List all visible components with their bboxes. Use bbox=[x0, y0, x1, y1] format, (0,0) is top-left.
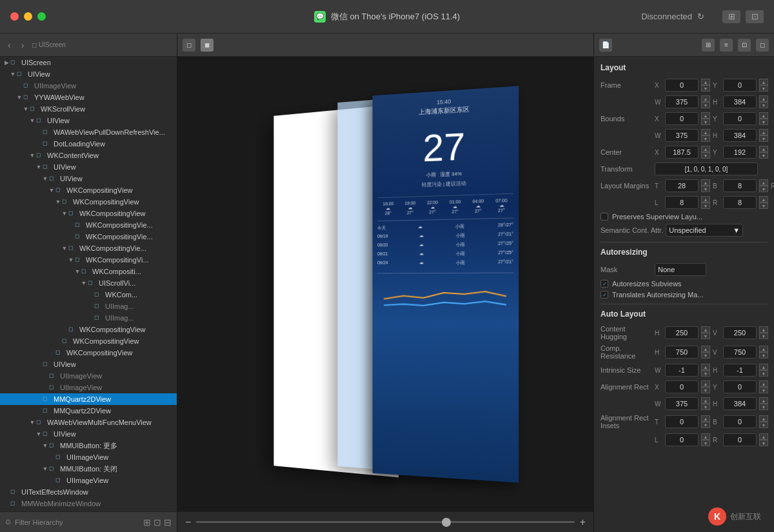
tree-item[interactable]: ▼◻WKCompositingVi... bbox=[0, 254, 177, 266]
tree-item[interactable]: ▼◻WKCompositingView bbox=[0, 184, 177, 196]
hugging-h-stepper[interactable]: ▲ ▼ bbox=[701, 326, 710, 339]
insets-l-stepper[interactable]: ▲ ▼ bbox=[701, 433, 710, 446]
step-down[interactable]: ▼ bbox=[701, 102, 710, 108]
window-btn-1[interactable]: ⊞ bbox=[722, 10, 740, 23]
right-btn-1[interactable]: 📄 bbox=[599, 39, 612, 52]
zoom-in-button[interactable]: + bbox=[580, 517, 586, 528]
translates-checkbox[interactable]: ✓ bbox=[600, 291, 608, 299]
step-down[interactable]: ▼ bbox=[759, 135, 768, 142]
step-up[interactable]: ▲ bbox=[701, 95, 710, 102]
tree-item[interactable]: ◻UIImag... bbox=[0, 312, 177, 324]
bottom-icon-2[interactable]: ⊡ bbox=[154, 517, 161, 527]
tree-item[interactable]: ▼◻WKCompositingView bbox=[0, 208, 177, 219]
margin-b-stepper[interactable]: ▲ ▼ bbox=[759, 179, 768, 192]
step-down[interactable]: ▼ bbox=[759, 85, 768, 92]
semantic-select[interactable]: Unspecified ▼ bbox=[666, 224, 743, 237]
bounds-y-stepper[interactable]: ▲ ▼ bbox=[759, 112, 768, 125]
insets-b-stepper[interactable]: ▲ ▼ bbox=[759, 415, 768, 428]
tree-item[interactable]: ◻WKCompositingVie... bbox=[0, 231, 177, 242]
zoom-slider-thumb[interactable] bbox=[442, 518, 451, 527]
margin-t-input[interactable]: 28 bbox=[665, 179, 699, 192]
step-up[interactable]: ▲ bbox=[759, 112, 768, 119]
insets-r-input[interactable]: 0 bbox=[723, 433, 757, 446]
resistance-h-stepper[interactable]: ▲ ▼ bbox=[701, 346, 710, 359]
bounds-h-input[interactable]: 384 bbox=[723, 129, 757, 142]
tree-item[interactable]: ▼◻UIView bbox=[0, 173, 177, 184]
right-btn-3[interactable]: ≡ bbox=[720, 39, 733, 52]
step-up[interactable]: ▲ bbox=[759, 129, 768, 135]
tree-item[interactable]: ◻MMWebMinimizeWindow bbox=[0, 498, 177, 509]
frame-h-input[interactable]: 384 bbox=[723, 95, 757, 108]
bottom-icon-1[interactable]: ⊞ bbox=[143, 517, 151, 527]
step-up[interactable]: ▲ bbox=[701, 112, 710, 119]
frame-y-input[interactable]: 0 bbox=[723, 79, 757, 92]
bottom-icon-3[interactable]: ⊟ bbox=[164, 517, 172, 527]
center-y-input[interactable]: 192 bbox=[723, 146, 757, 159]
intrinsic-w-stepper[interactable]: ▲ ▼ bbox=[701, 364, 710, 377]
frame-y-stepper[interactable]: ▲ ▼ bbox=[759, 79, 768, 92]
align-w-input[interactable]: 375 bbox=[665, 397, 699, 410]
tree-item[interactable]: ◻UIImageView bbox=[0, 80, 177, 92]
zoom-slider-track[interactable] bbox=[196, 521, 574, 523]
tree-item[interactable]: ◻UIImageView bbox=[0, 451, 177, 463]
frame-x-input[interactable]: 0 bbox=[665, 79, 699, 92]
margin-l-stepper[interactable]: ▲ ▼ bbox=[701, 196, 710, 209]
align-x-input[interactable]: 0 bbox=[665, 380, 699, 393]
step-down[interactable]: ▼ bbox=[701, 85, 710, 92]
tree-item[interactable]: ▼◻WKCompositingView bbox=[0, 196, 177, 208]
tree-item[interactable]: ◻DotLoadingView bbox=[0, 138, 177, 150]
step-up[interactable]: ▲ bbox=[759, 79, 768, 85]
transform-input[interactable]: [1, 0, 0, 1, 0, 0] bbox=[655, 163, 758, 175]
step-down[interactable]: ▼ bbox=[701, 119, 710, 125]
hugging-v-stepper[interactable]: ▲ ▼ bbox=[759, 326, 768, 339]
tree-item[interactable]: ▼◻UIView bbox=[0, 68, 177, 80]
tree-item[interactable]: ◻MMQuartz2DView bbox=[0, 393, 177, 405]
align-y-input[interactable]: 0 bbox=[723, 380, 757, 393]
nav-back-icon[interactable]: ‹ bbox=[5, 40, 14, 50]
intrinsic-h-stepper[interactable]: ▲ ▼ bbox=[759, 364, 768, 377]
step-down[interactable]: ▼ bbox=[759, 102, 768, 108]
window-btn-2[interactable]: ⊡ bbox=[746, 10, 764, 23]
margin-t-stepper[interactable]: ▲ ▼ bbox=[701, 179, 710, 192]
tree-item[interactable]: ◻WAWebViewPullDownRefreshVie... bbox=[0, 126, 177, 138]
frame-x-stepper[interactable]: ▲ ▼ bbox=[701, 79, 710, 92]
insets-l-input[interactable]: 0 bbox=[665, 433, 699, 446]
right-btn-4[interactable]: ⊡ bbox=[738, 39, 751, 52]
tree-item[interactable]: ▼◻MMUIButton: 关闭 bbox=[0, 463, 177, 475]
tree-item[interactable]: ◻UIImageView bbox=[0, 370, 177, 382]
resistance-v-input[interactable]: 750 bbox=[723, 346, 757, 359]
insets-b-input[interactable]: 0 bbox=[723, 415, 757, 428]
tree-item[interactable]: ▶◻UIScreen bbox=[0, 57, 177, 68]
tree-item[interactable]: ▼◻WKContentView bbox=[0, 150, 177, 161]
close-dot[interactable] bbox=[10, 12, 19, 21]
preserves-checkbox[interactable] bbox=[600, 213, 608, 221]
tree-item[interactable]: ▼◻WKCompositingVie... bbox=[0, 242, 177, 254]
tree-item[interactable]: ▼◻UIView bbox=[0, 161, 177, 173]
tree-item[interactable]: ◻UIImageView bbox=[0, 382, 177, 393]
filter-label[interactable]: Filter Hierarchy bbox=[15, 518, 63, 526]
tree-item[interactable]: ▼◻UIScrollVi... bbox=[0, 277, 177, 289]
insets-t-input[interactable]: 0 bbox=[665, 415, 699, 428]
tree-item[interactable]: ◻UITextEffectsWindow bbox=[0, 486, 177, 498]
frame-w-stepper[interactable]: ▲ ▼ bbox=[701, 95, 710, 108]
bounds-w-input[interactable]: 375 bbox=[665, 129, 699, 142]
right-btn-5[interactable]: ◻ bbox=[756, 39, 769, 52]
center-x-input[interactable]: 187.5 bbox=[665, 146, 699, 159]
tree-item[interactable]: ▼◻MMUIButton: 更多 bbox=[0, 440, 177, 451]
tree-item[interactable]: ◻WKCompositingView bbox=[0, 347, 177, 359]
intrinsic-w-input[interactable]: -1 bbox=[665, 364, 699, 377]
maximize-dot[interactable] bbox=[37, 12, 46, 21]
margin-b-input[interactable]: 8 bbox=[723, 179, 757, 192]
margin-l-input[interactable]: 8 bbox=[665, 196, 699, 209]
tree-item[interactable]: ◻WKCompositingView bbox=[0, 324, 177, 335]
hugging-h-input[interactable]: 250 bbox=[665, 326, 699, 339]
bounds-x-stepper[interactable]: ▲ ▼ bbox=[701, 112, 710, 125]
tree-item[interactable]: ▼◻WAWebViewMultiFuncMenuView bbox=[0, 417, 177, 428]
tree-item[interactable]: ▼◻YYWAWebView bbox=[0, 92, 177, 103]
view-btn-2[interactable]: ◼ bbox=[201, 39, 213, 52]
tree-item[interactable]: ◻UIImageView bbox=[0, 475, 177, 486]
view-btn-1[interactable]: ◻ bbox=[183, 39, 195, 52]
tree-item[interactable]: ◻WKCom... bbox=[0, 289, 177, 300]
center-y-stepper[interactable]: ▲ ▼ bbox=[759, 146, 768, 159]
frame-w-input[interactable]: 375 bbox=[665, 95, 699, 108]
